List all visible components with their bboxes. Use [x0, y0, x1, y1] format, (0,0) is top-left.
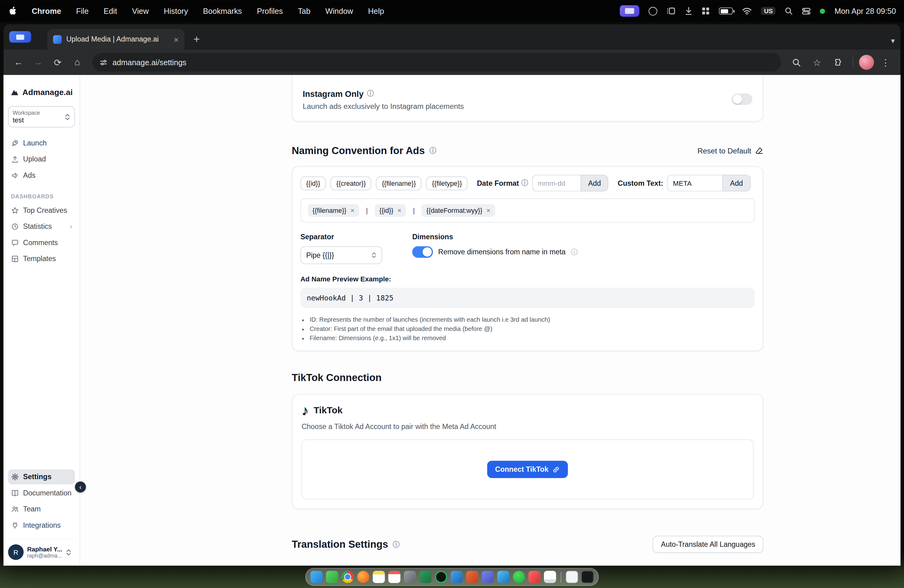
- user-menu[interactable]: R Raphael Y... raph@adma...: [8, 539, 75, 560]
- token-filetype-chip[interactable]: {{filetype}}: [426, 176, 468, 190]
- remove-dimensions-toggle[interactable]: [412, 247, 433, 258]
- dock-powerpoint-icon[interactable]: [466, 571, 478, 583]
- wifi-icon[interactable]: [742, 7, 752, 14]
- sidebar-item-launch[interactable]: Launch: [8, 136, 75, 151]
- site-info-icon[interactable]: [99, 58, 108, 66]
- sidebar-item-top-creatives[interactable]: Top Creatives: [8, 203, 75, 218]
- connect-tiktok-button[interactable]: Connect TikTok: [487, 461, 568, 478]
- menu-tab[interactable]: Tab: [298, 7, 311, 15]
- menu-help[interactable]: Help: [368, 7, 384, 15]
- naming-card: {{id}} {{creator}} {{filename}} {{filety…: [292, 166, 763, 351]
- selected-token-dateformat[interactable]: {{dateFormat:wyy}} ×: [422, 204, 495, 217]
- dock-iphone-mirroring-icon[interactable]: [582, 571, 593, 583]
- bookmark-star-icon[interactable]: ☆: [808, 53, 826, 72]
- sidebar-item-upload[interactable]: Upload: [8, 152, 75, 167]
- custom-text-group: Custom Text: Add: [618, 175, 751, 191]
- info-icon[interactable]: ⓘ: [393, 539, 400, 549]
- menu-bookmarks[interactable]: Bookmarks: [203, 7, 242, 15]
- dock-spotify-icon[interactable]: [435, 571, 447, 583]
- screen-recording-indicator[interactable]: [620, 5, 640, 17]
- sidebar-item-statistics[interactable]: Statistics ›: [8, 219, 75, 234]
- new-tab-button[interactable]: +: [188, 30, 205, 47]
- battery-icon[interactable]: [719, 7, 733, 14]
- separator-select[interactable]: Pipe {{|}}: [300, 247, 382, 264]
- dock-settings-icon[interactable]: [404, 571, 416, 583]
- zoom-icon[interactable]: [787, 53, 805, 72]
- back-button[interactable]: ←: [9, 53, 28, 72]
- dock-keynote-icon[interactable]: [528, 571, 540, 583]
- sidebar-item-ads[interactable]: Ads: [8, 168, 75, 183]
- token-creator-chip[interactable]: {{creator}}: [330, 176, 371, 190]
- menu-file[interactable]: File: [76, 7, 89, 15]
- control-center-icon[interactable]: [802, 7, 811, 14]
- stage-manager-icon[interactable]: [667, 7, 676, 15]
- dock-screenshot-icon[interactable]: [326, 571, 338, 583]
- custom-text-add-button[interactable]: Add: [722, 175, 750, 191]
- selected-token-id[interactable]: {{id}} ×: [375, 204, 406, 217]
- info-icon[interactable]: ⓘ: [367, 89, 374, 99]
- menu-window[interactable]: Window: [325, 7, 353, 15]
- info-icon[interactable]: ⓘ: [429, 146, 436, 156]
- download-status-icon[interactable]: [685, 7, 692, 15]
- dock-word-icon[interactable]: [450, 571, 463, 583]
- sidebar-item-comments[interactable]: Comments: [8, 235, 75, 250]
- dock-outlook-icon[interactable]: [497, 571, 509, 583]
- tab-group-badge[interactable]: [9, 31, 31, 43]
- tab-search-icon[interactable]: ▾: [891, 36, 895, 45]
- token-filename-chip[interactable]: {{filename}}: [376, 176, 422, 190]
- menu-edit[interactable]: Edit: [104, 7, 117, 15]
- sidebar-item-templates[interactable]: Templates: [8, 251, 75, 267]
- dock-chrome-icon[interactable]: [341, 571, 354, 583]
- info-icon[interactable]: ⓘ: [521, 178, 528, 188]
- auto-translate-button[interactable]: Auto-Translate All Languages: [653, 536, 763, 553]
- link-icon: [553, 466, 560, 473]
- dock-calendar-icon[interactable]: [388, 571, 400, 583]
- dock-whatsapp-icon[interactable]: [513, 571, 525, 583]
- grid-icon[interactable]: [702, 7, 710, 15]
- reset-to-default-button[interactable]: Reset to Default: [697, 146, 763, 155]
- dock-finder-icon[interactable]: [311, 571, 322, 583]
- profile-avatar[interactable]: [859, 55, 874, 70]
- remove-token-icon[interactable]: ×: [397, 207, 401, 214]
- sidebar-item-team[interactable]: Team: [8, 501, 75, 517]
- selected-tokens-box[interactable]: {{filename}} × | {{id}} × | {{dateFormat…: [300, 198, 755, 223]
- token-id-chip[interactable]: {{id}}: [300, 176, 326, 190]
- dock-notes-icon[interactable]: [373, 571, 385, 583]
- home-button[interactable]: ⌂: [68, 53, 86, 72]
- dock-preview-icon[interactable]: [566, 571, 578, 583]
- dock-textedit-icon[interactable]: [544, 571, 556, 583]
- instagram-only-toggle[interactable]: [732, 93, 752, 105]
- remove-token-icon[interactable]: ×: [487, 207, 490, 214]
- address-bar[interactable]: admanage.ai/settings: [92, 53, 781, 72]
- menubar-app-name[interactable]: Chrome: [32, 7, 61, 15]
- sidebar-item-integrations[interactable]: Integrations: [8, 518, 75, 533]
- dock-browser-icon[interactable]: [357, 571, 369, 583]
- menubar-ring-icon[interactable]: [649, 7, 657, 15]
- menu-history[interactable]: History: [164, 7, 188, 15]
- apple-menu-icon[interactable]: [8, 6, 17, 16]
- sidebar-collapse-handle[interactable]: ‹: [75, 482, 86, 493]
- date-format-add-button[interactable]: Add: [580, 175, 608, 191]
- keyboard-layout-badge[interactable]: US: [761, 7, 776, 15]
- tab-close-icon[interactable]: ×: [174, 35, 179, 43]
- selected-token-filename[interactable]: {{filename}} ×: [308, 204, 359, 217]
- dock-teams-icon[interactable]: [482, 571, 494, 583]
- menubar-clock[interactable]: Mon Apr 28 09:50: [834, 7, 896, 15]
- forward-button[interactable]: →: [29, 53, 47, 72]
- spotlight-icon[interactable]: [785, 7, 793, 15]
- info-icon[interactable]: ⓘ: [571, 247, 578, 257]
- dock-excel-icon[interactable]: [419, 571, 431, 583]
- custom-text-input[interactable]: [667, 175, 722, 191]
- sidebar-item-settings[interactable]: Settings: [8, 469, 75, 484]
- browser-menu-icon[interactable]: ⋮: [876, 53, 895, 72]
- reload-button[interactable]: ⟳: [49, 53, 67, 72]
- menu-profiles[interactable]: Profiles: [257, 7, 283, 15]
- menu-view[interactable]: View: [132, 7, 149, 15]
- brand[interactable]: Admanage.ai: [8, 88, 75, 97]
- browser-tab[interactable]: Upload Media | Admanage.ai ×: [47, 29, 185, 50]
- sidebar-item-documentation[interactable]: Documentation: [8, 485, 75, 501]
- workspace-selector[interactable]: Workspace test: [8, 106, 75, 127]
- remove-token-icon[interactable]: ×: [351, 207, 354, 214]
- extensions-icon[interactable]: [828, 53, 847, 72]
- date-format-input[interactable]: [532, 175, 581, 191]
